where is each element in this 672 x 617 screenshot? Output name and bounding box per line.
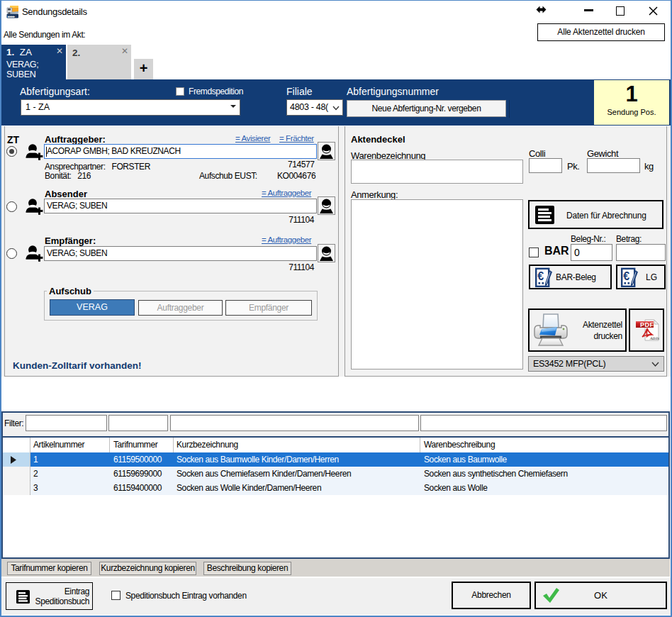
svg-text:€: € [537,270,544,282]
svg-text:Adobe: Adobe [649,336,659,340]
svg-text:€: € [623,270,629,282]
svg-text:PDF: PDF [640,321,654,328]
svg-text:▸▸▸▸: ▸▸▸▸ [7,14,16,18]
